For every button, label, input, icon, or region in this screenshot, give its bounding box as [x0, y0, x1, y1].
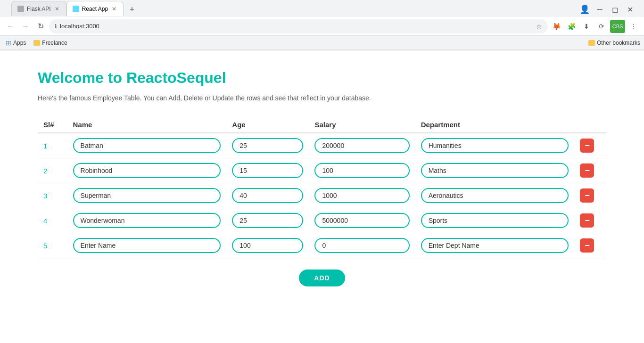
action-cell-3: −: [574, 183, 606, 208]
table-row: 5−: [38, 233, 606, 258]
tab-react-close[interactable]: ✕: [111, 5, 117, 13]
age-input-1[interactable]: [232, 138, 303, 153]
dept-input-4[interactable]: [421, 213, 569, 228]
dept-input-2[interactable]: [421, 163, 569, 178]
age-input-2[interactable]: [232, 163, 303, 178]
delete-button-2[interactable]: −: [580, 163, 594, 178]
name-cell-1: [67, 133, 227, 158]
extensions-icon[interactable]: 🧩: [565, 20, 578, 33]
action-cell-5: −: [574, 233, 606, 258]
dept-cell-2: [415, 158, 575, 183]
new-tab-button[interactable]: +: [125, 3, 139, 16]
delete-button-4[interactable]: −: [580, 213, 594, 228]
salary-input-1[interactable]: [314, 138, 409, 153]
action-cell-2: −: [574, 158, 606, 183]
other-bookmarks-folder-icon: [588, 40, 595, 46]
header-department: Department: [415, 117, 575, 133]
close-button[interactable]: ✕: [623, 3, 636, 16]
tab-react-label: React App: [82, 6, 108, 12]
salary-cell-4: [309, 208, 415, 233]
page-description: Here's the famous Employee Table. You ca…: [38, 94, 606, 102]
sl-cell-3: 3: [38, 183, 67, 208]
sl-cell-5: 5: [38, 233, 67, 258]
header-action: [574, 117, 606, 133]
account-icon[interactable]: 👤: [578, 3, 591, 16]
browser-chrome: Flask API ✕ React App ✕ + 👤 ─ ◻ ✕ ← → ↻ …: [0, 0, 644, 50]
bookmark-freelance[interactable]: Freelance: [32, 39, 69, 47]
age-input-4[interactable]: [232, 213, 303, 228]
forward-button[interactable]: →: [19, 20, 32, 33]
sl-cell-2: 2: [38, 158, 67, 183]
maximize-button[interactable]: ◻: [608, 3, 621, 16]
name-input-1[interactable]: [73, 138, 221, 153]
tab-flask-close[interactable]: ✕: [54, 5, 60, 13]
salary-cell-1: [309, 133, 415, 158]
delete-button-5[interactable]: −: [580, 238, 594, 253]
name-input-4[interactable]: [73, 213, 221, 228]
sync-icon[interactable]: ⟳: [595, 20, 608, 33]
salary-input-3[interactable]: [314, 188, 409, 203]
age-input-5[interactable]: [232, 238, 303, 253]
age-cell-5: [226, 233, 309, 258]
title-bar: Flask API ✕ React App ✕ + 👤 ─ ◻ ✕: [0, 0, 644, 17]
react-icon: [73, 6, 79, 12]
age-cell-3: [226, 183, 309, 208]
delete-button-1[interactable]: −: [580, 139, 594, 153]
nav-right-icons: 🦊 🧩 ⬇ ⟳ CBS ⋮: [550, 20, 640, 33]
dept-cell-1: [415, 133, 575, 158]
downloads-icon[interactable]: ⬇: [580, 20, 593, 33]
bookmark-freelance-label: Freelance: [42, 40, 67, 46]
bookmark-apps-icon: ⊞: [6, 39, 11, 47]
dept-cell-5: [415, 233, 575, 258]
salary-cell-5: [309, 233, 415, 258]
dept-input-1[interactable]: [421, 138, 569, 153]
secure-icon: ℹ: [55, 23, 57, 30]
name-cell-3: [67, 183, 227, 208]
back-button[interactable]: ←: [4, 20, 17, 33]
address-input[interactable]: [60, 23, 533, 30]
name-input-5[interactable]: [73, 238, 221, 253]
dept-cell-3: [415, 183, 575, 208]
age-cell-1: [226, 133, 309, 158]
name-cell-4: [67, 208, 227, 233]
action-cell-4: −: [574, 208, 606, 233]
name-input-3[interactable]: [73, 188, 221, 203]
bookmarks-bar: ⊞ Apps Freelance Other bookmarks: [0, 36, 644, 50]
header-sl: Sl#: [38, 117, 67, 133]
add-button[interactable]: ADD: [299, 270, 345, 286]
age-input-3[interactable]: [232, 188, 303, 203]
table-row: 1−: [38, 133, 606, 158]
header-age: Age: [226, 117, 309, 133]
reload-button[interactable]: ↻: [34, 20, 47, 33]
action-cell-1: −: [574, 133, 606, 158]
sl-cell-1: 1: [38, 133, 67, 158]
table-row: 4−: [38, 208, 606, 233]
cbds-icon[interactable]: CBS: [610, 20, 625, 33]
table-row: 3−: [38, 183, 606, 208]
salary-cell-2: [309, 158, 415, 183]
tab-flask[interactable]: Flask API ✕: [11, 1, 66, 16]
name-input-2[interactable]: [73, 163, 221, 178]
other-bookmarks-label: Other bookmarks: [597, 40, 640, 46]
table-row: 2−: [38, 158, 606, 183]
address-bar[interactable]: ℹ ☆: [49, 19, 548, 33]
menu-button[interactable]: ⋮: [627, 20, 640, 33]
bookmark-apps[interactable]: ⊞ Apps: [4, 38, 28, 48]
mozilla-icon[interactable]: 🦊: [550, 20, 563, 33]
salary-input-5[interactable]: [314, 238, 409, 253]
dept-input-5[interactable]: [421, 238, 569, 253]
salary-input-4[interactable]: [314, 213, 409, 228]
tabs-bar: Flask API ✕ React App ✕ + 👤 ─ ◻ ✕: [8, 1, 640, 16]
minimize-button[interactable]: ─: [593, 3, 606, 16]
salary-input-2[interactable]: [314, 163, 409, 178]
dept-input-3[interactable]: [421, 188, 569, 203]
name-cell-5: [67, 233, 227, 258]
tab-react[interactable]: React App ✕: [66, 1, 124, 16]
salary-cell-3: [309, 183, 415, 208]
age-cell-4: [226, 208, 309, 233]
star-icon[interactable]: ☆: [536, 23, 542, 30]
delete-button-3[interactable]: −: [580, 188, 594, 203]
header-salary: Salary: [309, 117, 415, 133]
header-name: Name: [67, 117, 227, 133]
dept-cell-4: [415, 208, 575, 233]
